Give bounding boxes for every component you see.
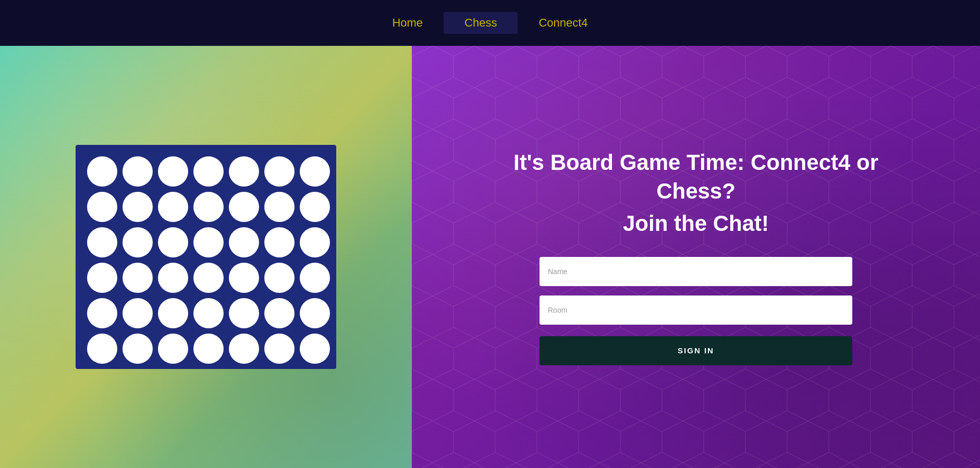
- board-cell: [300, 192, 330, 222]
- board-cell: [123, 156, 153, 187]
- main-heading-line2: Chess?: [656, 177, 736, 206]
- board-cell: [193, 192, 224, 222]
- board-cell: [229, 227, 259, 257]
- room-field-group: [540, 295, 852, 325]
- board-cell: [123, 192, 153, 222]
- nav-connect4[interactable]: Connect4: [518, 12, 608, 34]
- board-cell: [123, 263, 153, 293]
- board-cell: [193, 298, 224, 328]
- connect4-board: [76, 145, 336, 369]
- board-cell: [87, 298, 117, 328]
- board-cell: [264, 227, 295, 257]
- board-cell: [158, 192, 188, 222]
- nav-chess[interactable]: Chess: [444, 12, 518, 34]
- board-cell: [158, 156, 188, 187]
- right-panel: It's Board Game Time: Connect4 or Chess?…: [412, 46, 980, 468]
- right-content: It's Board Game Time: Connect4 or Chess?…: [412, 149, 980, 365]
- board-cell: [300, 263, 330, 293]
- board-cell: [158, 263, 188, 293]
- sub-heading: Join the Chat!: [623, 211, 769, 236]
- board-cell: [229, 263, 259, 293]
- nav-home[interactable]: Home: [371, 12, 444, 34]
- board-cell: [264, 192, 295, 222]
- board-cell: [87, 156, 117, 187]
- navbar: Home Chess Connect4: [0, 0, 980, 46]
- board-cell: [229, 156, 259, 187]
- board-cell: [300, 227, 330, 257]
- board-cell: [300, 156, 330, 187]
- board-cell: [229, 334, 259, 364]
- main-content: It's Board Game Time: Connect4 or Chess?…: [0, 46, 980, 468]
- board-cell: [264, 298, 295, 328]
- board-cell: [193, 156, 224, 187]
- board-cell: [123, 227, 153, 257]
- board-cell: [87, 334, 117, 364]
- board-cell: [229, 192, 259, 222]
- board-cell: [87, 227, 117, 257]
- board-cell: [158, 227, 188, 257]
- board-cell: [123, 298, 153, 328]
- board-cell: [193, 263, 224, 293]
- board-cell: [264, 334, 295, 364]
- board-cell: [300, 298, 330, 328]
- board-cell: [87, 263, 117, 293]
- board-cell: [123, 334, 153, 364]
- name-field-group: [540, 257, 852, 286]
- board-cell: [229, 298, 259, 328]
- board-cell: [158, 334, 188, 364]
- board-cell: [193, 334, 224, 364]
- name-input[interactable]: [540, 257, 852, 286]
- board-cell: [87, 192, 117, 222]
- board-cell: [300, 334, 330, 364]
- board-cell: [264, 156, 295, 187]
- sign-in-button[interactable]: SIGN IN: [540, 336, 852, 365]
- board-cell: [193, 227, 224, 257]
- room-input[interactable]: [540, 295, 852, 325]
- board-cell: [158, 298, 188, 328]
- main-heading-line1: It's Board Game Time: Connect4 or: [513, 149, 878, 177]
- board-cell: [264, 263, 295, 293]
- left-panel: [0, 46, 412, 468]
